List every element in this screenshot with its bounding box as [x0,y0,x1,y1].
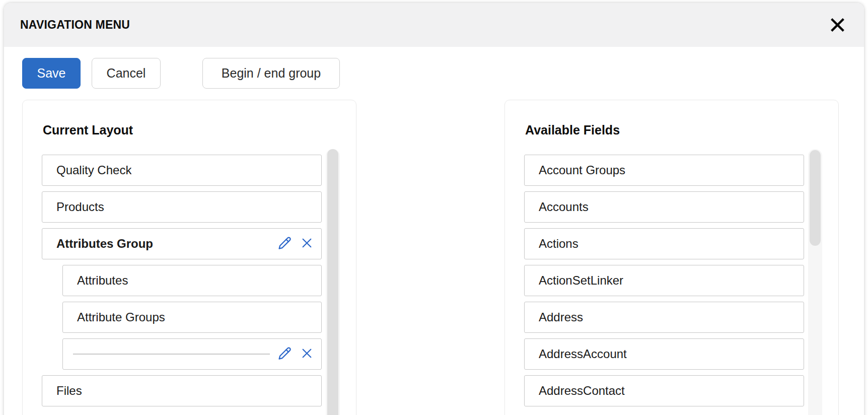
row-actions [278,236,313,251]
field-item-label: ActionSetLinker [539,273,623,288]
current-layout-scrollbar[interactable] [326,149,340,415]
layout-group-attributes-group[interactable]: Attributes Group [42,228,322,259]
layout-item-label: Attributes Group [56,237,153,251]
layout-item-products[interactable]: Products [42,191,322,223]
current-layout-panel: Current Layout Quality Check Products At… [22,100,356,415]
layout-item-quality-check[interactable]: Quality Check [42,155,322,186]
scrollbar-thumb[interactable] [810,150,821,246]
layout-item-label: Products [56,200,104,214]
close-icon [829,17,846,33]
field-item-addressaccount[interactable]: AddressAccount [524,338,804,370]
available-fields-scrollbar[interactable] [808,149,822,415]
layout-item-files[interactable]: Files [42,375,322,406]
layout-item-label: Files [56,384,82,398]
field-item-actions[interactable]: Actions [524,228,804,259]
field-item-address[interactable]: Address [524,302,804,333]
close-button[interactable] [829,17,846,33]
available-fields-heading: Available Fields [525,123,838,137]
empty-label-line [73,354,270,355]
save-button[interactable]: Save [22,58,81,89]
field-item-actionsetlinker[interactable]: ActionSetLinker [524,265,804,296]
layout-item-label: Attributes [77,273,128,288]
layout-item-label: Attribute Groups [77,310,165,324]
field-item-label: Accounts [539,200,589,214]
layout-item-empty-group[interactable] [62,338,322,370]
pencil-icon [278,236,292,251]
x-icon [301,347,313,361]
current-layout-list: Quality Check Products Attributes Group [23,155,356,406]
field-item-account-groups[interactable]: Account Groups [524,155,804,186]
layout-item-attributes[interactable]: Attributes [62,265,322,296]
available-fields-list: Account Groups Accounts Actions ActionSe… [505,155,838,406]
remove-group-button[interactable] [301,237,313,251]
field-item-addresscontact[interactable]: AddressContact [524,375,804,406]
field-item-label: Address [539,310,583,324]
edit-group-button[interactable] [278,347,292,362]
navigation-menu-modal: NAVIGATION MENU Save Cancel Begin / end … [4,3,864,415]
current-layout-heading: Current Layout [43,123,356,137]
layout-item-label: Quality Check [56,163,131,177]
field-item-label: AddressAccount [539,347,627,361]
modal-header: NAVIGATION MENU [4,3,864,47]
field-item-label: AddressContact [539,384,625,398]
toolbar: Save Cancel Begin / end group [4,47,864,89]
panels-container: Current Layout Quality Check Products At… [22,100,864,415]
field-item-label: Actions [539,237,578,251]
available-fields-panel: Available Fields Account Groups Accounts… [504,100,839,415]
modal-title: NAVIGATION MENU [20,18,130,32]
pencil-icon [278,347,292,362]
layout-item-attribute-groups[interactable]: Attribute Groups [62,302,322,333]
remove-group-button[interactable] [301,347,313,361]
scrollbar-thumb[interactable] [327,149,338,415]
field-item-label: Account Groups [539,163,625,177]
x-icon [301,237,313,251]
row-actions [278,347,313,362]
begin-end-group-button[interactable]: Begin / end group [202,58,340,89]
cancel-button[interactable]: Cancel [92,58,161,89]
field-item-accounts[interactable]: Accounts [524,191,804,223]
edit-group-button[interactable] [278,236,292,251]
